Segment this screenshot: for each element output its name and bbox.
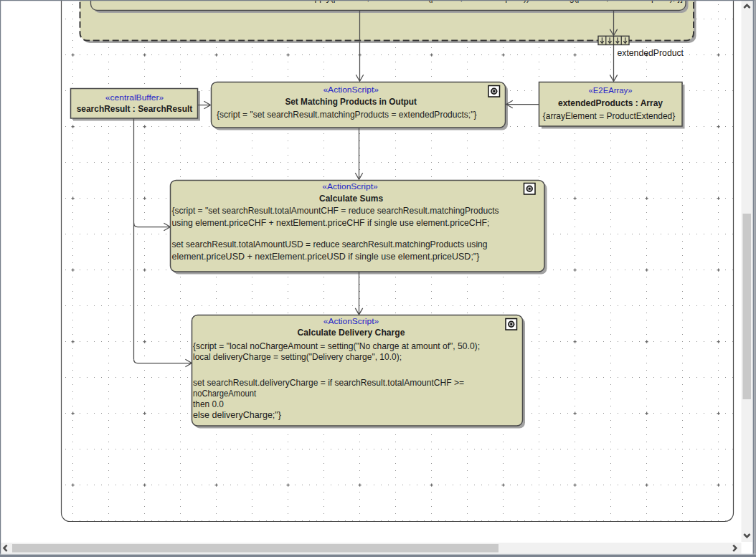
svg-text:then 0.0: then 0.0 [193, 399, 224, 409]
svg-text:set searchResult.totalAmountUS: set searchResult.totalAmountUSD = reduce… [172, 239, 488, 249]
svg-text:Calculate Sums: Calculate Sums [319, 194, 383, 204]
svg-text:{arrayElement = ProductExtende: {arrayElement = ProductExtended} [543, 111, 676, 121]
svg-text:«ActionScript»: «ActionScript» [322, 182, 378, 191]
svg-text:set searchResult.deliveryCharg: set searchResult.deliveryCharge = if sea… [193, 378, 464, 388]
svg-text:Set Matching Products in Outpu: Set Matching Products in Output [285, 97, 417, 107]
svg-text:«E2EArray»: «E2EArray» [589, 86, 633, 95]
svg-text:«ActionScript»: «ActionScript» [323, 85, 379, 94]
svg-text:«centralBuffer»: «centralBuffer» [105, 93, 164, 102]
svg-text:noChargeAmount: noChargeAmount [193, 389, 257, 399]
svg-text:{script = "set searchResult.ma: {script = "set searchResult.matchingProd… [217, 110, 477, 120]
svg-text:{script = "set searchResult.to: {script = "set searchResult.totalAmountC… [172, 206, 499, 216]
svg-text:searchResult : SearchResult: searchResult : SearchResult [77, 104, 193, 114]
svg-text:element.priceUSD + nextElement: element.priceUSD + nextElement.priceUSD … [172, 252, 480, 262]
svg-text:else deliveryCharge;"}: else deliveryCharge;"} [193, 410, 281, 420]
svg-text:{script = "local noChargeAmoun: {script = "local noChargeAmount = settin… [193, 341, 480, 351]
svg-text:using element.priceCHF + nextE: using element.priceCHF + nextElement.pri… [172, 218, 490, 228]
svg-text:Calculate Delivery Charge: Calculate Delivery Charge [298, 328, 405, 338]
svg-text:local deliveryCharge = setting: local deliveryCharge = setting("Delivery… [193, 352, 402, 362]
svg-text:«ActionScript»: «ActionScript» [323, 317, 379, 325]
svg-text:extendedProduct: extendedProduct [618, 48, 684, 58]
svg-text:extendedProducts : Array: extendedProducts : Array [558, 98, 663, 108]
